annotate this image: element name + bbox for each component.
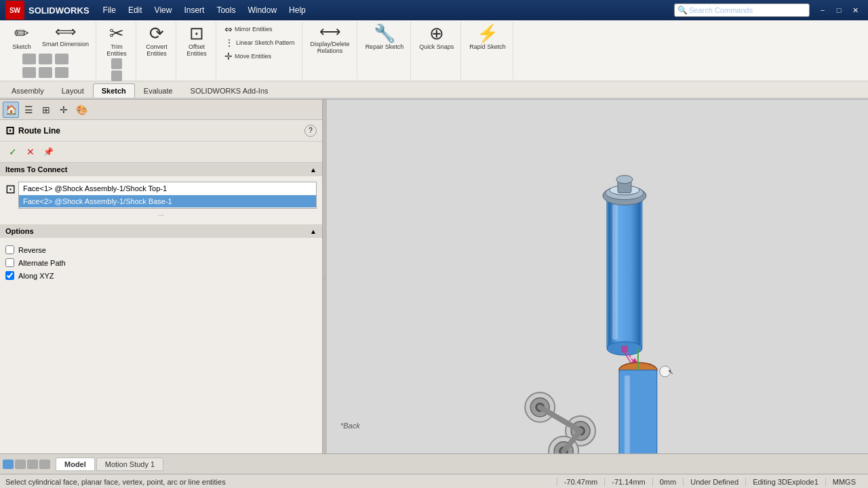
viewport[interactable]: 🔍 ↻ ✋ □ ◱ ⬡ ◈ 🎨 ◻ ⚙ Swing Arm Assembly7 … <box>327 100 868 453</box>
tab-addins[interactable]: SOLIDWORKS Add-Ins <box>182 83 277 98</box>
tab-indicator-1[interactable] <box>3 460 14 469</box>
tab-motion-study[interactable]: Motion Study 1 <box>96 458 163 471</box>
linear-icon: ⋮ <box>224 37 234 48</box>
sketch-sub-btn-1[interactable] <box>22 54 36 64</box>
ribbon-group-rapid-sketch: ⚡ Rapid Sketch <box>462 22 513 79</box>
tab-model[interactable]: Model <box>56 458 95 471</box>
alternate-path-checkbox[interactable] <box>5 258 14 267</box>
tab-indicator-4[interactable] <box>39 460 50 469</box>
options-section: Options ▲ Reverse Alternate Path Along X… <box>0 224 322 287</box>
ribbon-group-repair: 🔧 Repair Sketch <box>359 22 412 79</box>
sketch-sub-btn-3[interactable] <box>55 54 68 64</box>
panel-tb-home[interactable]: 🏠 <box>3 102 19 118</box>
sketch-sub-btn-4[interactable] <box>22 67 36 78</box>
search-bar[interactable]: 🔍 <box>674 3 810 17</box>
bottom-tabs: Model Motion Study 1 <box>0 453 868 474</box>
display-delete-icon: ⟷ <box>319 24 341 39</box>
main-area: 🏠 ☰ ⊞ ✛ 🎨 ⊡ Route Line ? ✓ ✕ 📌 <box>0 100 868 453</box>
app-name: SOLIDWORKS <box>28 5 90 16</box>
smart-dimension-button[interactable]: ⟺ Smart Dimension <box>39 23 92 49</box>
items-connect-label: Items To Connect <box>5 165 67 174</box>
statusbar: Select cylindrical face, planar face, ve… <box>0 474 868 488</box>
maximize-button[interactable]: □ <box>831 3 846 18</box>
help-icon[interactable]: ? <box>304 125 317 137</box>
linear-sketch-button[interactable]: ⋮ Linear Sketch Pattern <box>222 37 298 49</box>
panel-tb-tree[interactable]: ☰ <box>20 102 37 118</box>
quick-snaps-label: Quick Snaps <box>419 43 454 50</box>
ok-button[interactable]: ✓ <box>5 144 20 159</box>
tab-indicator-3[interactable] <box>27 460 38 469</box>
menu-tools[interactable]: Tools <box>211 4 241 16</box>
connect-item-1[interactable]: Face<1> @Shock Assembly-1/Shock Top-1 <box>19 182 316 195</box>
sketch-button[interactable]: ✏ Sketch <box>7 23 37 52</box>
tab-assembly[interactable]: Assembly <box>3 83 53 98</box>
search-input[interactable] <box>689 6 806 14</box>
panel-tb-grid[interactable]: ⊞ <box>38 102 54 118</box>
sketch-label: Sketch <box>12 43 31 50</box>
window-controls: − □ ✕ <box>815 3 863 18</box>
convert-entities-button[interactable]: ⟳ ConvertEntities <box>142 23 172 58</box>
tab-evaluate[interactable]: Evaluate <box>135 83 182 98</box>
menu-window[interactable]: Window <box>242 4 282 16</box>
menu-file[interactable]: File <box>98 4 121 16</box>
ribbon-group-sketch: ✏ Sketch ⟺ Smart Dimension <box>3 22 96 79</box>
pushpin-button[interactable]: 📌 <box>41 144 56 159</box>
status-coord-x: -70.47mm <box>557 478 605 486</box>
items-list-icon: ⊡ <box>5 182 16 197</box>
trim-sub-1[interactable] <box>111 58 122 69</box>
offset-entities-button[interactable]: ⊡ OffsetEntities <box>182 23 212 58</box>
status-editing: Editing 3DExplode1 <box>745 478 825 486</box>
sketch-sub-btn-6[interactable] <box>55 67 68 78</box>
repair-icon: 🔧 <box>374 24 395 42</box>
collapse-items-arrow[interactable]: ▲ <box>310 166 317 174</box>
repair-label: Repair Sketch <box>366 43 404 50</box>
route-line-label: Route Line <box>18 126 60 136</box>
close-button[interactable]: ✕ <box>848 3 863 18</box>
ribbon-group-display-delete: ⟷ Display/DeleteRelations <box>304 22 357 79</box>
status-coord-z: 0mm <box>652 478 683 486</box>
rapid-sketch-button[interactable]: ⚡ Rapid Sketch <box>467 23 509 52</box>
ok-cancel-row: ✓ ✕ 📌 <box>0 142 322 163</box>
ribbon-group-quick-snaps: ⊕ Quick Snaps <box>412 22 461 79</box>
mirror-entities-button[interactable]: ⇔ Mirror Entities <box>222 23 298 35</box>
panel-tb-color[interactable]: 🎨 <box>73 102 90 118</box>
minimize-button[interactable]: − <box>815 3 830 18</box>
tab-sketch[interactable]: Sketch <box>93 83 135 98</box>
ribbon-toolbar: ✏ Sketch ⟺ Smart Dimension ✂ <box>0 20 868 81</box>
route-line-icon: ⊡ <box>5 124 14 137</box>
menu-insert[interactable]: Insert <box>178 4 210 16</box>
sketch-sub-btn-2[interactable] <box>39 54 52 64</box>
menu-edit[interactable]: Edit <box>123 4 148 16</box>
linear-label: Linear Sketch Pattern <box>236 39 295 46</box>
menu-help[interactable]: Help <box>283 4 311 16</box>
menu-view[interactable]: View <box>149 4 178 16</box>
move-entities-button[interactable]: ✛ Move Entities <box>222 50 298 62</box>
cancel-button[interactable]: ✕ <box>23 144 38 159</box>
connect-item-2[interactable]: Face<2> @Shock Assembly-1/Shock Base-1 <box>19 195 316 208</box>
status-message: Select cylindrical face, planar face, ve… <box>5 478 557 486</box>
reverse-checkbox[interactable] <box>5 245 14 254</box>
titlebar: SW SOLIDWORKS File Edit View Insert Tool… <box>0 0 868 20</box>
rapid-sketch-label: Rapid Sketch <box>469 43 506 50</box>
quick-snaps-icon: ⊕ <box>429 24 444 42</box>
trim-entities-button[interactable]: ✂ TrimEntities <box>102 23 132 58</box>
items-list: Face<1> @Shock Assembly-1/Shock Top-1 Fa… <box>18 182 317 209</box>
panel-toolbar: 🏠 ☰ ⊞ ✛ 🎨 <box>0 100 322 120</box>
display-delete-relations-button[interactable]: ⟷ Display/DeleteRelations <box>308 23 353 56</box>
items-to-connect-header[interactable]: Items To Connect ▲ <box>0 163 322 176</box>
options-header[interactable]: Options ▲ <box>0 224 322 238</box>
repair-sketch-button[interactable]: 🔧 Repair Sketch <box>363 23 407 52</box>
smart-dim-label: Smart Dimension <box>42 41 89 47</box>
quick-snaps-button[interactable]: ⊕ Quick Snaps <box>416 23 456 52</box>
smart-dim-icon: ⟺ <box>55 24 77 39</box>
sketch-sub-btn-5[interactable] <box>39 67 52 78</box>
trim-sub-2[interactable] <box>111 70 122 81</box>
menu-bar: File Edit View Insert Tools Window Help <box>98 4 311 16</box>
tab-indicator-2[interactable] <box>15 460 26 469</box>
tab-layout[interactable]: Layout <box>53 83 93 98</box>
view-label: *Back <box>340 422 360 430</box>
panel-tb-add[interactable]: ✛ <box>56 102 72 118</box>
items-list-container: ⊡ Face<1> @Shock Assembly-1/Shock Top-1 … <box>5 180 317 210</box>
collapse-options-arrow[interactable]: ▲ <box>310 228 317 235</box>
along-xyz-checkbox[interactable] <box>5 271 14 280</box>
